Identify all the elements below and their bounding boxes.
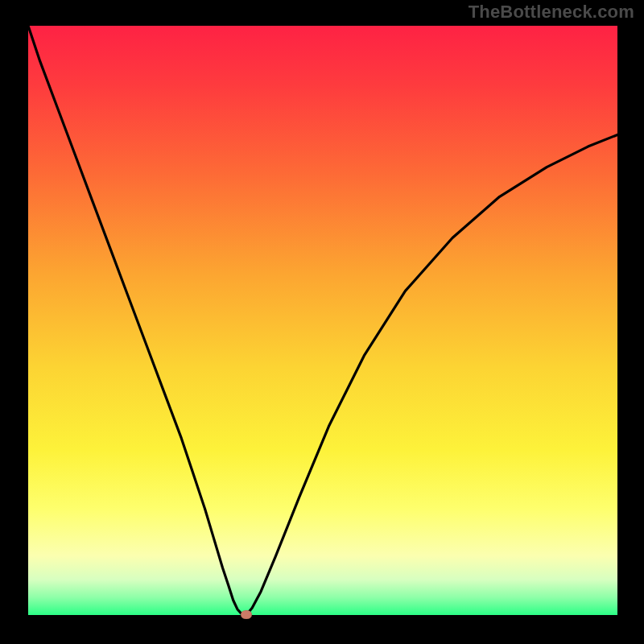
curve-svg	[28, 26, 617, 615]
plot-area	[28, 26, 617, 615]
chart-container: TheBottleneck.com	[0, 0, 644, 644]
bottleneck-curve	[28, 26, 617, 615]
watermark-text: TheBottleneck.com	[469, 2, 634, 23]
bottleneck-marker	[241, 610, 252, 619]
